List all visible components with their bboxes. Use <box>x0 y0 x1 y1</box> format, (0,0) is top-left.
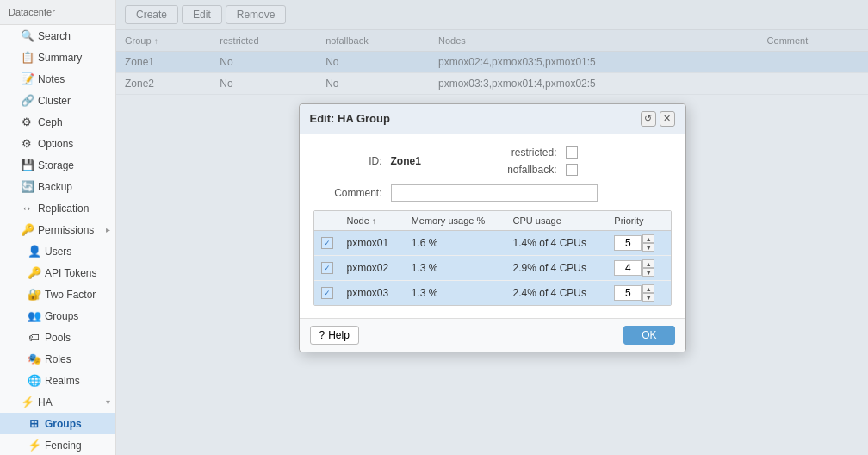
sidebar-item-realms[interactable]: 🌐 Realms <box>0 370 115 391</box>
row-checkbox-cell: ✓ <box>314 230 340 255</box>
cluster-icon: 🔗 <box>21 94 33 107</box>
cell-cpu: 1.4% of 4 CPUs <box>506 230 608 255</box>
sidebar-item-label: Pools <box>45 332 71 344</box>
priority-input[interactable] <box>614 285 642 301</box>
priority-spinner: ▲ ▼ <box>642 259 654 277</box>
cell-cpu: 2.4% of 4 CPUs <box>506 280 608 305</box>
row-checkbox[interactable]: ✓ <box>321 262 333 274</box>
cell-memory: 1.3 % <box>405 255 506 280</box>
cell-memory: 1.3 % <box>405 280 506 305</box>
sidebar-item-groups-perms[interactable]: 👥 Groups <box>0 305 115 327</box>
sidebar-item-label: Search <box>38 30 71 42</box>
sidebar-item-summary[interactable]: 📋 Summary <box>0 47 115 68</box>
cell-node: pxmox01 <box>340 230 405 255</box>
sidebar-item-label: Backup <box>38 181 72 193</box>
row-checkbox[interactable]: ✓ <box>321 287 333 299</box>
inner-table-row[interactable]: ✓ pxmox02 1.3 % 2.9% of 4 CPUs ▲ ▼ <box>314 255 671 280</box>
sidebar-item-ha-groups[interactable]: ⊞ Groups <box>0 413 115 434</box>
priority-up-button[interactable]: ▲ <box>642 234 654 243</box>
modal-overlay: Edit: HA Group ↺ ✕ ID: Zone1 restricted: <box>116 0 868 455</box>
row-checkbox-cell: ✓ <box>314 280 340 305</box>
inner-table-row[interactable]: ✓ pxmox01 1.6 % 1.4% of 4 CPUs ▲ ▼ <box>314 230 671 255</box>
sidebar-item-label: Fencing <box>45 439 82 452</box>
restricted-checkbox[interactable] <box>566 146 578 159</box>
comment-input[interactable] <box>391 184 598 202</box>
sidebar-item-roles[interactable]: 🎭 Roles <box>0 348 115 370</box>
help-label: Help <box>328 329 350 341</box>
priority-input[interactable] <box>614 235 642 251</box>
sidebar-item-label: HA <box>38 396 53 408</box>
sidebar-item-label: Roles <box>45 353 71 365</box>
sidebar-item-users[interactable]: 👤 Users <box>0 240 115 262</box>
priority-down-button[interactable]: ▼ <box>642 293 654 302</box>
priority-spinner: ▲ ▼ <box>642 234 654 252</box>
sidebar-item-permissions[interactable]: 🔑 Permissions ▸ <box>0 219 115 240</box>
groups-icon: 👥 <box>28 309 40 322</box>
sidebar-item-ha-fencing[interactable]: ⚡ Fencing <box>0 434 115 455</box>
col-node: Node ↑ <box>340 211 405 231</box>
sidebar-item-label: Permissions <box>38 224 94 236</box>
priority-input[interactable] <box>614 260 642 276</box>
sidebar-item-label: Summary <box>38 52 82 64</box>
col-memory: Memory usage % <box>405 211 506 231</box>
modal-reset-button[interactable]: ↺ <box>641 111 656 127</box>
sidebar-item-label: Options <box>38 138 73 150</box>
summary-icon: 📋 <box>21 51 33 64</box>
cell-node: pxmox02 <box>340 255 405 280</box>
sidebar-item-pools[interactable]: 🏷 Pools <box>0 327 115 348</box>
sidebar-item-label: Groups <box>45 310 78 322</box>
modal-close-button[interactable]: ✕ <box>660 111 675 127</box>
sidebar-item-cluster[interactable]: 🔗 Cluster <box>0 90 115 111</box>
sidebar-item-ha[interactable]: ⚡ HA ▾ <box>0 391 115 413</box>
ha-icon: ⚡ <box>21 396 33 408</box>
cell-priority: ▲ ▼ <box>607 280 670 305</box>
sidebar-item-replication[interactable]: ↔ Replication <box>0 197 115 219</box>
sidebar-item-backup[interactable]: 🔄 Backup <box>0 176 115 197</box>
priority-down-button[interactable]: ▼ <box>642 243 654 252</box>
col-priority: Priority <box>607 211 670 231</box>
modal-header: Edit: HA Group ↺ ✕ <box>300 104 685 134</box>
cell-priority: ▲ ▼ <box>607 230 670 255</box>
edit-ha-group-modal: Edit: HA Group ↺ ✕ ID: Zone1 restricted: <box>299 103 686 352</box>
sidebar-item-storage[interactable]: 💾 Storage <box>0 154 115 176</box>
comment-row: Comment: <box>313 184 672 202</box>
sidebar-item-label: Users <box>45 246 71 258</box>
chevron-down-icon: ▾ <box>106 397 110 407</box>
cell-memory: 1.6 % <box>405 230 506 255</box>
two-factor-icon: 🔐 <box>28 288 40 301</box>
help-icon: ? <box>319 329 326 341</box>
storage-icon: 💾 <box>21 159 33 171</box>
sidebar: Datacenter 🔍 Search 📋 Summary 📝 Notes 🔗 … <box>0 0 116 455</box>
row-checkbox[interactable]: ✓ <box>321 237 333 249</box>
priority-up-button[interactable]: ▲ <box>642 284 654 293</box>
nofallback-label: nofallback: <box>497 164 566 176</box>
priority-up-button[interactable]: ▲ <box>642 259 654 268</box>
notes-icon: 📝 <box>21 72 33 85</box>
sidebar-item-notes[interactable]: 📝 Notes <box>0 68 115 90</box>
sidebar-item-options[interactable]: ⚙ Options <box>0 133 115 154</box>
user-icon: 👤 <box>28 245 40 258</box>
sidebar-item-label: Two Factor <box>45 289 96 301</box>
sidebar-item-api-tokens[interactable]: 🔑 API Tokens <box>0 262 115 284</box>
sidebar-header: Datacenter <box>0 0 115 25</box>
help-button[interactable]: ? Help <box>310 326 359 345</box>
sidebar-item-label: Cluster <box>38 95 71 107</box>
sidebar-item-search[interactable]: 🔍 Search <box>0 25 115 47</box>
sidebar-item-ceph[interactable]: ⚙ Ceph <box>0 111 115 133</box>
permissions-icon: 🔑 <box>21 223 33 236</box>
sidebar-item-two-factor[interactable]: 🔐 Two Factor <box>0 284 115 305</box>
nofallback-checkbox[interactable] <box>566 164 578 176</box>
col-cpu: CPU usage <box>506 211 608 231</box>
options-icon: ⚙ <box>21 137 33 150</box>
roles-icon: 🎭 <box>28 352 40 365</box>
inner-table-row[interactable]: ✓ pxmox03 1.3 % 2.4% of 4 CPUs ▲ ▼ <box>314 280 671 305</box>
ok-button[interactable]: OK <box>623 326 674 345</box>
backup-icon: 🔄 <box>21 180 33 193</box>
ceph-icon: ⚙ <box>21 115 33 128</box>
search-icon: 🔍 <box>21 29 33 42</box>
sidebar-item-label: Groups <box>45 418 82 430</box>
col-checkbox <box>314 211 340 231</box>
id-value: Zone1 <box>391 155 421 167</box>
priority-down-button[interactable]: ▼ <box>642 268 654 277</box>
restricted-label: restricted: <box>497 146 566 159</box>
